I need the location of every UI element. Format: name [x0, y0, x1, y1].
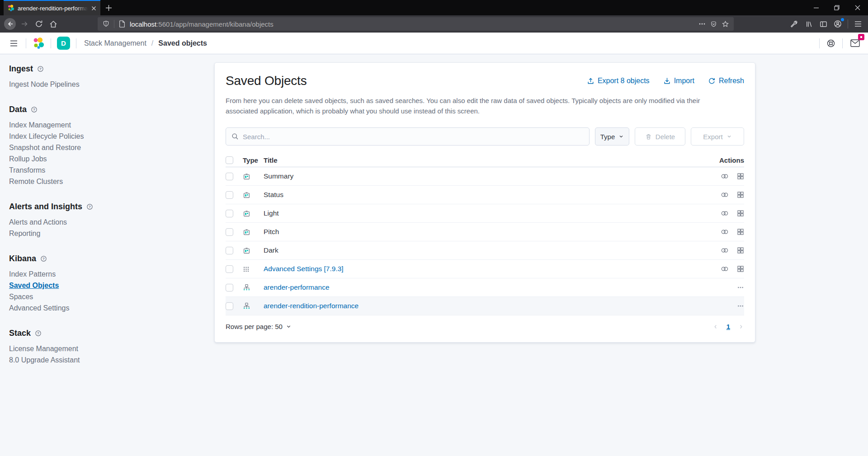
space-avatar[interactable]: D	[57, 37, 70, 50]
help-icon[interactable]	[826, 39, 835, 48]
row-checkbox[interactable]	[226, 173, 233, 180]
tab-close-icon[interactable]	[91, 5, 97, 11]
sidebar-item-saved-objects[interactable]: Saved Objects	[9, 280, 59, 291]
sidebar-item-index-lifecycle-policies[interactable]: Index Lifecycle Policies	[9, 131, 84, 142]
row-checkbox[interactable]	[226, 284, 233, 291]
sidebar-item-snapshot-and-restore[interactable]: Snapshot and Restore	[9, 142, 81, 153]
sidebar-section-title: Data?	[9, 105, 203, 114]
page-info-icon[interactable]	[118, 20, 126, 28]
inspect-icon[interactable]	[721, 191, 729, 198]
refresh-button[interactable]: Refresh	[708, 77, 744, 85]
import-button[interactable]: Import	[663, 77, 694, 85]
devtools-wrench-icon[interactable]	[787, 17, 802, 31]
copy-to-space-icon[interactable]	[737, 191, 744, 198]
column-header-actions: Actions	[685, 156, 744, 164]
window-restore-button[interactable]	[826, 0, 847, 15]
previous-page-icon[interactable]	[712, 324, 719, 330]
export-button[interactable]: Export	[691, 127, 744, 146]
copy-to-space-icon[interactable]	[737, 247, 744, 254]
object-title[interactable]: Advanced Settings [7.9.3]	[264, 265, 344, 273]
copy-to-space-icon[interactable]	[737, 265, 744, 273]
table-row-advanced-settings-7-9-3: Advanced Settings [7.9.3]	[226, 260, 744, 278]
url-bar[interactable]: localhost:5601/app/management/kibana/obj…	[98, 17, 734, 31]
inspect-icon[interactable]	[721, 265, 729, 273]
delete-button[interactable]: Delete	[635, 127, 685, 146]
sidebar-item-transforms[interactable]: Transforms	[9, 165, 45, 176]
sidebars-icon[interactable]	[816, 17, 830, 31]
window-controls	[806, 0, 868, 15]
bookmark-star-icon[interactable]	[722, 20, 729, 28]
inspect-icon[interactable]	[721, 228, 729, 235]
search-icon	[231, 133, 239, 140]
all-actions-icon[interactable]	[737, 302, 744, 310]
inspect-icon[interactable]	[721, 247, 729, 254]
url-path: :5601/app/management/kibana/objects	[156, 20, 274, 28]
sidebar-item-advanced-settings[interactable]: Advanced Settings	[9, 302, 69, 314]
browser-tab[interactable]: arender-rendition-performance	[4, 0, 100, 15]
sidebar-item-alerts-and-actions[interactable]: Alerts and Actions	[9, 216, 67, 228]
sidebar-section-title: Kibana?	[9, 254, 203, 263]
table-body: SummaryStatusLightPitchDarkAdvanced Sett…	[226, 167, 744, 315]
row-checkbox[interactable]	[226, 302, 233, 310]
sidebar-item-spaces[interactable]: Spaces	[9, 291, 33, 302]
new-tab-button[interactable]	[100, 0, 117, 15]
newsfeed-icon[interactable]	[849, 38, 861, 49]
column-header-type[interactable]: Type	[243, 156, 264, 164]
next-page-icon[interactable]	[738, 324, 744, 330]
sidebar-item-license-management[interactable]: License Management	[9, 343, 78, 354]
inspect-icon[interactable]	[721, 173, 729, 180]
nav-menu-icon[interactable]	[7, 37, 20, 50]
sidebar-item-index-patterns[interactable]: Index Patterns	[9, 268, 56, 280]
library-icon[interactable]	[802, 17, 816, 31]
menu-hamburger-icon[interactable]	[851, 17, 865, 31]
svg-text:?: ?	[33, 108, 35, 112]
search-input[interactable]	[243, 133, 584, 141]
window-minimize-button[interactable]	[806, 0, 826, 15]
object-title[interactable]: arender-rendition-performance	[264, 302, 359, 310]
copy-to-space-icon[interactable]	[737, 210, 744, 217]
page-number[interactable]: 1	[726, 323, 730, 330]
rows-per-page-selector[interactable]: Rows per page: 50	[226, 323, 292, 330]
row-checkbox[interactable]	[226, 210, 233, 217]
row-checkbox[interactable]	[226, 265, 233, 273]
forward-button[interactable]	[17, 17, 32, 31]
tracking-protection-shield-icon[interactable]	[102, 20, 110, 28]
inspect-icon[interactable]	[721, 210, 729, 217]
saved-objects-panel: Saved Objects Export 8 objects Import Re…	[214, 62, 755, 343]
row-checkbox[interactable]	[226, 191, 233, 199]
back-button[interactable]	[3, 17, 17, 31]
home-button[interactable]	[46, 17, 61, 31]
copy-to-space-icon[interactable]	[737, 173, 744, 180]
type-filter-button[interactable]: Type	[595, 127, 629, 146]
page-actions-icon[interactable]	[698, 20, 706, 28]
sidebar-item-rollup-jobs[interactable]: Rollup Jobs	[9, 153, 47, 165]
object-title[interactable]: arender-performance	[264, 283, 330, 291]
dashboard-icon	[243, 210, 250, 217]
breadcrumb-stack-management[interactable]: Stack Management	[84, 39, 146, 47]
sidebar-item-8-0-upgrade-assistant[interactable]: 8.0 Upgrade Assistant	[9, 354, 80, 366]
pocket-icon[interactable]	[710, 20, 717, 28]
select-all-checkbox[interactable]	[226, 156, 233, 164]
table-row-status: Status	[226, 186, 744, 204]
reload-button[interactable]	[32, 17, 46, 31]
account-icon[interactable]	[830, 17, 845, 31]
table-footer: Rows per page: 50 1	[226, 323, 744, 330]
dashboard-icon	[243, 247, 250, 254]
sidebar-item-remote-clusters[interactable]: Remote Clusters	[9, 176, 63, 187]
window-close-button[interactable]	[847, 0, 868, 15]
sidebar-section-ingest: Ingest?Ingest Node Pipelines	[9, 64, 203, 90]
page-description: From here you can delete saved objects, …	[226, 95, 734, 116]
sidebar-item-ingest-node-pipelines[interactable]: Ingest Node Pipelines	[9, 79, 80, 90]
row-checkbox[interactable]	[226, 228, 233, 236]
all-actions-icon[interactable]	[737, 284, 744, 291]
column-header-title[interactable]: Title	[264, 156, 685, 164]
elastic-logo[interactable]	[32, 37, 45, 50]
copy-to-space-icon[interactable]	[737, 228, 744, 235]
table-header-row: Type Title Actions	[226, 154, 744, 167]
row-checkbox[interactable]	[226, 247, 233, 254]
sidebar-item-reporting[interactable]: Reporting	[9, 228, 40, 239]
breadcrumb-saved-objects: Saved objects	[158, 39, 207, 47]
breadcrumb: Stack Management / Saved objects	[84, 39, 207, 47]
sidebar-item-index-management[interactable]: Index Management	[9, 119, 71, 131]
export-all-button[interactable]: Export 8 objects	[587, 77, 650, 85]
